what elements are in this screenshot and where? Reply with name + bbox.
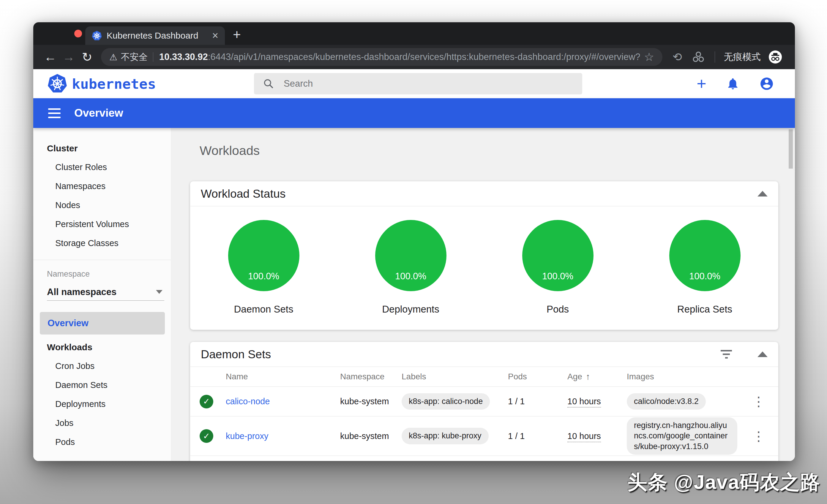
column-namespace: Namespace	[340, 372, 402, 381]
donut-value: 100.0%	[669, 271, 740, 282]
sidebar-item-overview[interactable]: Overview	[40, 312, 165, 335]
collapse-icon[interactable]	[758, 351, 768, 357]
browser-menu-icon[interactable]: ⋮	[791, 50, 795, 64]
pods-cell: 1 / 1	[508, 397, 567, 406]
sidebar-item-nodes[interactable]: Nodes	[33, 195, 171, 215]
column-name[interactable]: Name	[226, 372, 340, 381]
sidebar-item-deployments[interactable]: Deployments	[33, 394, 171, 413]
address-separator	[153, 52, 153, 62]
collapse-icon[interactable]	[758, 191, 768, 197]
status-charts-row: 100.0% Daemon Sets 100.0% Deployments 10…	[190, 206, 778, 315]
sidebar-item-pods[interactable]: Pods	[33, 433, 171, 451]
age-cell: 10 hours	[567, 397, 601, 407]
column-labels: Labels	[402, 372, 508, 381]
sidebar-item-daemon-sets[interactable]: Daemon Sets	[33, 376, 171, 394]
sidebar-item-storage-classes[interactable]: Storage Classes	[33, 234, 171, 253]
menu-hamburger-icon[interactable]	[48, 108, 61, 118]
app-header: kubernetes +	[33, 69, 795, 98]
toolbar-separator	[715, 51, 715, 63]
kubernetes-logo-icon	[48, 74, 67, 94]
browser-toolbar: ← → ↻ ⚠ 不安全 10.33.30.92 :6443/api/v1/nam…	[33, 45, 795, 69]
url-path: :6443/api/v1/namespaces/kubernetes-dashb…	[208, 52, 640, 62]
toolbar-title: Overview	[74, 107, 123, 119]
table-row: ✓ kube-proxy kube-system k8s-app: kube-p…	[190, 416, 778, 456]
sidebar-item-cron-jobs[interactable]: Cron Jobs	[33, 356, 171, 376]
donut-label: Pods	[547, 304, 569, 315]
daemon-sets-title: Daemon Sets	[201, 348, 721, 361]
pods-cell: 1 / 1	[508, 431, 567, 441]
chevron-down-icon	[156, 290, 162, 294]
forward-icon[interactable]: →	[59, 50, 78, 64]
app-toolbar: Overview	[33, 98, 795, 128]
browser-window: Kubernetes Dashboard × + ← → ↻ ⚠ 不安全 10.…	[33, 22, 795, 461]
namespace-select[interactable]: All namespaces	[47, 283, 164, 301]
main-panel: Workloads Workload Status 100.0% Daemon …	[171, 128, 795, 461]
header-actions: +	[696, 69, 774, 98]
status-ok-icon: ✓	[200, 429, 213, 443]
status-chart-daemon-sets: 100.0% Daemon Sets	[190, 220, 337, 315]
filter-icon[interactable]	[721, 350, 732, 358]
namespace-select-value: All namespaces	[47, 287, 116, 297]
sidebar-item-cluster-roles[interactable]: Cluster Roles	[33, 158, 171, 177]
incognito-icon[interactable]	[769, 50, 782, 64]
image-chip: calico/node:v3.8.2	[627, 393, 706, 410]
history-icon[interactable]: ⟲	[673, 50, 682, 63]
scrollbar-thumb[interactable]	[789, 129, 793, 169]
column-pods: Pods	[508, 372, 567, 381]
content-area: Cluster Cluster Roles Namespaces Nodes P…	[33, 128, 795, 461]
bookmark-star-icon[interactable]: ☆	[644, 50, 654, 63]
daemonset-name-link[interactable]: kube-proxy	[226, 431, 340, 441]
sidebar-item-namespaces[interactable]: Namespaces	[33, 177, 171, 195]
table-header-row: Name Namespace Labels Pods Age ↑ Images	[190, 367, 778, 387]
create-resource-icon[interactable]: +	[696, 75, 707, 92]
new-tab-button[interactable]: +	[233, 26, 241, 43]
address-bar[interactable]: ⚠ 不安全 10.33.30.92 :6443/api/v1/namespace…	[101, 48, 663, 66]
donut-deployments: 100.0%	[375, 220, 446, 291]
donut-label: Deployments	[382, 304, 439, 315]
tab-close-icon[interactable]: ×	[212, 30, 218, 41]
workload-status-header: Workload Status	[190, 181, 778, 206]
sidebar-item-jobs[interactable]: Jobs	[33, 413, 171, 433]
namespace-cell: kube-system	[340, 431, 402, 441]
close-window-button[interactable]	[74, 30, 82, 38]
label-chip: k8s-app: kube-proxy	[402, 428, 489, 444]
notifications-bell-icon[interactable]	[726, 77, 740, 91]
donut-replica-sets: 100.0%	[669, 220, 740, 291]
workload-status-card: Workload Status 100.0% Daemon Sets 100.0…	[190, 181, 778, 330]
image-chip: registry.cn-hangzhou.aliyuncs.com/google…	[627, 417, 737, 455]
row-menu-icon[interactable]: ⋮	[752, 429, 765, 444]
kubernetes-brand[interactable]: kubernetes	[48, 74, 156, 94]
column-age[interactable]: Age ↑	[567, 372, 627, 382]
brand-wordmark: kubernetes	[72, 76, 156, 92]
donut-value: 100.0%	[522, 271, 593, 282]
sidebar: Cluster Cluster Roles Namespaces Nodes P…	[33, 128, 171, 461]
workload-status-title: Workload Status	[201, 187, 758, 200]
daemonset-name-link[interactable]: calico-node	[226, 397, 340, 406]
sort-ascending-icon: ↑	[586, 372, 590, 382]
browser-titlebar: Kubernetes Dashboard × +	[33, 22, 795, 45]
donut-value: 100.0%	[228, 271, 299, 282]
donut-label: Replica Sets	[677, 304, 732, 315]
browser-tab[interactable]: Kubernetes Dashboard ×	[85, 26, 225, 45]
back-icon[interactable]: ←	[41, 50, 59, 64]
status-ok-icon: ✓	[200, 395, 213, 408]
sidebar-item-persistent-volumes[interactable]: Persistent Volumes	[33, 215, 171, 234]
reload-icon[interactable]: ↻	[78, 50, 96, 64]
status-chart-pods: 100.0% Pods	[484, 220, 631, 315]
security-warning-icon: ⚠	[109, 52, 117, 62]
page-title: Workloads	[200, 144, 260, 158]
search-icon	[263, 78, 274, 89]
extensions-icon[interactable]	[692, 51, 704, 63]
sidebar-item-overview-label: Overview	[48, 318, 89, 329]
namespace-label: Namespace	[33, 260, 171, 279]
search-bar	[254, 73, 582, 94]
search-input[interactable]	[284, 78, 573, 89]
account-icon[interactable]	[759, 76, 774, 91]
not-secure-label[interactable]: 不安全	[121, 51, 148, 63]
column-images: Images	[627, 372, 748, 381]
status-chart-replica-sets: 100.0% Replica Sets	[631, 220, 778, 315]
daemon-sets-header: Daemon Sets	[190, 342, 778, 367]
row-menu-icon[interactable]: ⋮	[752, 394, 765, 409]
watermark: 头条 @Java码农之路	[627, 469, 821, 496]
url-host: 10.33.30.92	[159, 52, 208, 62]
